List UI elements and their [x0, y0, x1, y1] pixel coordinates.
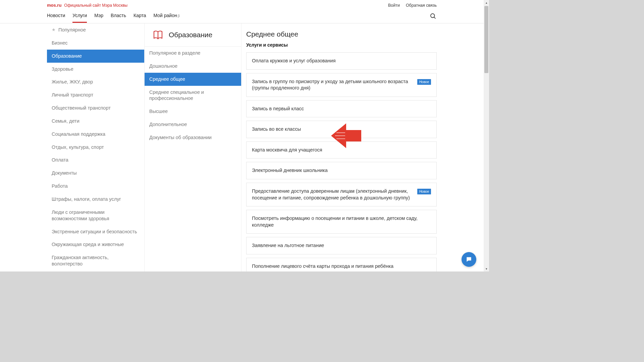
subsection-item[interactable]: Высшее	[145, 105, 241, 118]
page-body: ★ Популярное Бизнес Образование Здоровье…	[0, 23, 484, 272]
service-label: Заявление на льготное питание	[252, 242, 324, 249]
category-sidebar: ★ Популярное Бизнес Образование Здоровье…	[47, 23, 144, 272]
sidebar-item[interactable]: Жилье, ЖКУ, двор	[47, 75, 144, 88]
section-title: Образование	[169, 31, 212, 39]
sidebar-item[interactable]: Бизнес	[47, 37, 144, 50]
login-link[interactable]: Войти	[388, 3, 400, 8]
service-card[interactable]: Электронный дневник школьника	[246, 162, 437, 179]
nav-item-services[interactable]: Услуги	[72, 13, 87, 23]
star-icon: ★	[52, 27, 56, 33]
sidebar-item-popular[interactable]: ★ Популярное	[47, 23, 144, 37]
new-badge: Новое	[417, 79, 431, 85]
nav-item-mayor[interactable]: Мэр	[94, 13, 103, 23]
scrollbar-thumb[interactable]	[484, 6, 488, 73]
service-label: Электронный дневник школьника	[252, 167, 328, 174]
service-label: Запись в первый класс	[252, 106, 304, 112]
subsection-item[interactable]: Дошкольное	[145, 60, 241, 73]
service-card[interactable]: Пополнение лицевого счёта карты прохода …	[246, 258, 437, 272]
scroll-up-icon[interactable]: ▴	[484, 0, 489, 5]
feedback-link[interactable]: Обратная связь	[406, 3, 437, 8]
navbar: Новости Услуги Мэр Власть Карта Мой райо…	[0, 9, 484, 23]
brand[interactable]: mos.ru Официальный сайт Мэра Москвы	[47, 3, 127, 8]
sidebar-item[interactable]: Образование	[47, 50, 144, 63]
scrollbar[interactable]: ▴ ▾	[484, 0, 489, 272]
service-card[interactable]: Карта москвича для учащегося	[246, 141, 437, 159]
sidebar-item[interactable]: Городская среда	[47, 270, 144, 272]
sidebar-popular-label: Популярное	[58, 27, 86, 33]
service-label: Запись во все классы	[252, 126, 301, 133]
content-subtitle: Услуги и сервисы	[246, 42, 437, 52]
service-label: Предоставление доступа доверенным лицам …	[252, 188, 413, 201]
sidebar-item[interactable]: Экстренные ситуации и безопасность	[47, 225, 144, 238]
sidebar-item[interactable]: Документы	[47, 167, 144, 180]
service-card[interactable]: Предоставление доступа доверенным лицам …	[246, 183, 437, 206]
nav-item-district[interactable]: Мой районβ	[153, 13, 180, 23]
subsection-item[interactable]: Документы об образовании	[145, 131, 241, 144]
subsection-item[interactable]: Среднее общее	[145, 73, 241, 86]
sidebar-item[interactable]: Оплата	[47, 154, 144, 167]
sidebar-item[interactable]: Работа	[47, 180, 144, 193]
chat-icon	[466, 256, 472, 263]
content-column: Среднее общее Услуги и сервисы Оплата кр…	[241, 23, 437, 272]
sidebar-item[interactable]: Штрафы, налоги, оплата услуг	[47, 193, 144, 206]
service-label: Карта москвича для учащегося	[252, 147, 322, 154]
svg-line-1	[434, 17, 436, 19]
nav-items: Новости Услуги Мэр Власть Карта Мой райо…	[47, 13, 180, 23]
sidebar-item[interactable]: Личный транспорт	[47, 88, 144, 102]
scroll-down-icon[interactable]: ▾	[484, 266, 489, 272]
subsection-item[interactable]: Популярное в разделе	[145, 47, 241, 60]
search-icon	[430, 13, 436, 19]
service-label: Пополнение лицевого счёта карты прохода …	[252, 263, 393, 270]
topbar: mos.ru Официальный сайт Мэра Москвы Войт…	[0, 0, 484, 9]
nav-item-authority[interactable]: Власть	[111, 13, 126, 23]
subsection-item[interactable]: Среднее специальное и профессиональное	[145, 86, 241, 105]
service-label: Оплата кружков и услуг образования	[252, 58, 336, 64]
nav-district-label: Мой район	[153, 13, 177, 18]
brand-logo: mos.ru	[47, 3, 61, 8]
svg-point-0	[431, 14, 435, 18]
content-title: Среднее общее	[246, 23, 437, 42]
sidebar-item[interactable]: Отдых, культура, спорт	[47, 141, 144, 154]
nav-item-map[interactable]: Карта	[133, 13, 146, 23]
sidebar-item[interactable]: Общественный транспорт	[47, 102, 144, 115]
service-card[interactable]: Оплата кружков и услуг образования	[246, 52, 437, 70]
subsection-column: Образование Популярное в разделе Дошколь…	[144, 23, 241, 272]
service-card[interactable]: Запись в первый класс	[246, 100, 437, 118]
chat-button[interactable]	[462, 252, 476, 267]
service-card[interactable]: Запись во все классы	[246, 121, 437, 138]
nav-item-news[interactable]: Новости	[47, 13, 65, 23]
top-links: Войти Обратная связь	[388, 3, 437, 8]
service-label: Посмотреть информацию о посещении и пита…	[252, 215, 431, 228]
search-button[interactable]	[429, 12, 437, 20]
subsection-item[interactable]: Дополнительное	[145, 118, 241, 131]
sidebar-item[interactable]: Социальная поддержка	[47, 128, 144, 141]
sidebar-item[interactable]: Окружающая среда и животные	[47, 238, 144, 251]
service-card[interactable]: Запись в группу по присмотру и уходу за …	[246, 73, 437, 97]
new-badge: Новое	[417, 189, 431, 195]
section-header: Образование	[145, 23, 241, 47]
brand-subtitle: Официальный сайт Мэра Москвы	[64, 3, 127, 8]
service-card[interactable]: Заявление на льготное питание	[246, 237, 437, 254]
sidebar-item[interactable]: Люди с ограниченными возможностями здоро…	[47, 206, 144, 225]
beta-label: β	[178, 14, 180, 18]
service-label: Запись в группу по присмотру и уходу за …	[252, 78, 413, 92]
service-card[interactable]: Посмотреть информацию о посещении и пита…	[246, 210, 437, 234]
book-icon	[153, 29, 163, 40]
sidebar-item[interactable]: Здоровье	[47, 63, 144, 76]
sidebar-item[interactable]: Семья, дети	[47, 115, 144, 128]
service-list: Оплата кружков и услуг образования Запис…	[246, 52, 437, 272]
sidebar-item[interactable]: Гражданская активность, волонтерство	[47, 251, 144, 270]
